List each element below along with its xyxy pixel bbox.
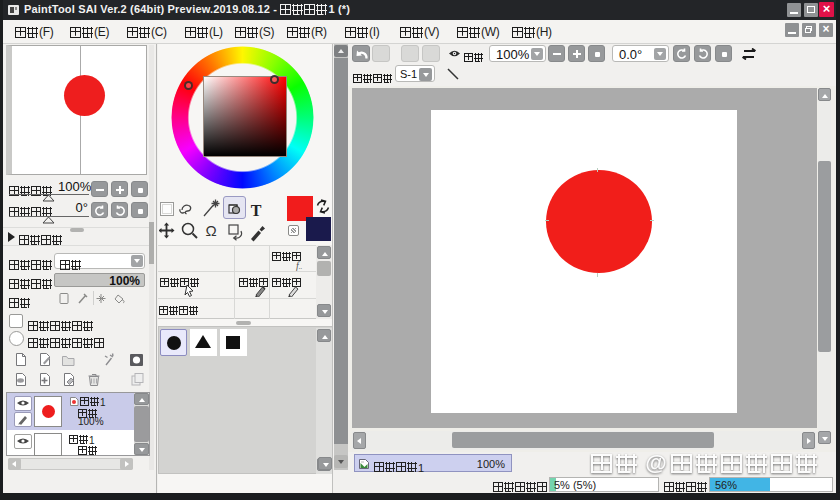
svg-text:T: T bbox=[251, 202, 262, 219]
svg-text:Ω: Ω bbox=[205, 222, 216, 239]
